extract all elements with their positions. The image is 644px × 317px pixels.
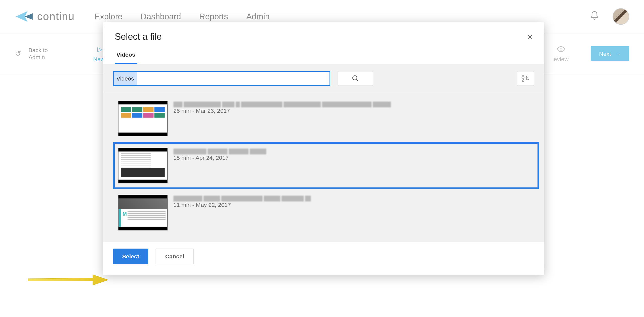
- cancel-button[interactable]: Cancel: [156, 249, 194, 264]
- sort-az-icon: AZ: [521, 75, 525, 82]
- file-meta: 15 min - Apr 24, 2017: [173, 154, 534, 161]
- file-picker-modal: Select a file ✕ Videos Videos AZ ⇅ 28 mi…: [103, 22, 544, 275]
- svg-point-1: [353, 76, 357, 80]
- svg-point-0: [560, 48, 562, 50]
- annotation-arrow-icon: [28, 274, 109, 286]
- tab-videos[interactable]: Videos: [115, 51, 137, 64]
- svg-line-2: [356, 79, 358, 81]
- file-thumbnail: [118, 148, 168, 183]
- select-button[interactable]: Select: [113, 249, 148, 264]
- brand-logo: continu: [15, 8, 75, 26]
- back-line2: Admin: [28, 54, 48, 61]
- sort-button[interactable]: AZ ⇅: [517, 71, 534, 86]
- main-nav: Explore Dashboard Reports Admin: [95, 12, 270, 21]
- sort-arrows-icon: ⇅: [525, 75, 529, 81]
- file-title-redacted: [173, 196, 534, 202]
- search-icon: [352, 75, 359, 82]
- file-thumbnail: [118, 101, 168, 136]
- nav-reports[interactable]: Reports: [199, 12, 228, 21]
- eye-icon: [557, 45, 566, 54]
- modal-title: Select a file: [115, 31, 527, 42]
- file-title-redacted: [173, 149, 534, 154]
- search-button[interactable]: [338, 71, 373, 86]
- file-meta: 28 min - Mar 23, 2017: [173, 107, 534, 114]
- file-row[interactable]: 15 min - Apr 24, 2017: [113, 142, 539, 189]
- file-title-redacted: [173, 102, 534, 107]
- search-input[interactable]: [136, 72, 329, 85]
- next-label: Next: [599, 50, 611, 57]
- next-button[interactable]: Next →: [591, 46, 629, 61]
- preview-step[interactable]: eview: [554, 45, 569, 62]
- brand-name: continu: [37, 10, 75, 23]
- back-icon: ↺: [15, 49, 21, 58]
- file-row[interactable]: M11 min - May 22, 2017: [113, 189, 539, 236]
- file-row[interactable]: 28 min - Mar 23, 2017: [113, 95, 539, 142]
- modal-footer: Select Cancel: [103, 242, 544, 275]
- nav-explore[interactable]: Explore: [95, 12, 123, 21]
- preview-label: eview: [554, 56, 569, 62]
- continu-logo-icon: [15, 8, 33, 26]
- file-list[interactable]: 28 min - Mar 23, 201715 min - Apr 24, 20…: [103, 93, 544, 242]
- back-line1: Back to: [28, 47, 48, 54]
- file-info: 15 min - Apr 24, 2017: [173, 148, 534, 162]
- arrow-right-icon: →: [615, 50, 621, 57]
- file-meta: 11 min - May 22, 2017: [173, 202, 534, 208]
- avatar[interactable]: [613, 8, 629, 25]
- nav-admin[interactable]: Admin: [246, 12, 270, 21]
- back-to-admin[interactable]: ↺ Back to Admin: [15, 47, 48, 61]
- play-icon: ▷: [97, 45, 102, 53]
- file-info: 28 min - Mar 23, 2017: [173, 101, 534, 115]
- nav-dashboard[interactable]: Dashboard: [141, 12, 181, 21]
- file-thumbnail: M: [118, 195, 168, 230]
- notifications-icon[interactable]: [589, 11, 599, 22]
- breadcrumb-input[interactable]: Videos: [113, 71, 330, 86]
- close-icon[interactable]: ✕: [527, 33, 533, 41]
- file-info: 11 min - May 22, 2017: [173, 195, 534, 209]
- breadcrumb-chip: Videos: [114, 72, 137, 85]
